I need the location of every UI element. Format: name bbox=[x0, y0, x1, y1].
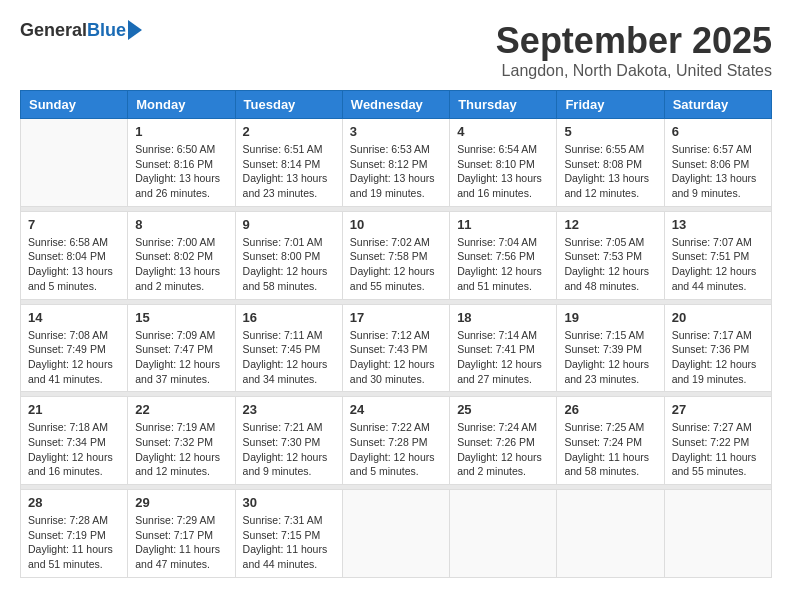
calendar-cell: 21Sunrise: 7:18 AM Sunset: 7:34 PM Dayli… bbox=[21, 397, 128, 485]
day-info: Sunrise: 7:29 AM Sunset: 7:17 PM Dayligh… bbox=[135, 513, 227, 572]
day-number: 8 bbox=[135, 217, 227, 232]
day-info: Sunrise: 7:27 AM Sunset: 7:22 PM Dayligh… bbox=[672, 420, 764, 479]
day-number: 11 bbox=[457, 217, 549, 232]
calendar-cell bbox=[664, 490, 771, 578]
calendar-cell: 8Sunrise: 7:00 AM Sunset: 8:02 PM Daylig… bbox=[128, 211, 235, 299]
calendar-week-row: 7Sunrise: 6:58 AM Sunset: 8:04 PM Daylig… bbox=[21, 211, 772, 299]
day-info: Sunrise: 7:12 AM Sunset: 7:43 PM Dayligh… bbox=[350, 328, 442, 387]
calendar-cell: 7Sunrise: 6:58 AM Sunset: 8:04 PM Daylig… bbox=[21, 211, 128, 299]
day-info: Sunrise: 6:55 AM Sunset: 8:08 PM Dayligh… bbox=[564, 142, 656, 201]
calendar-cell: 2Sunrise: 6:51 AM Sunset: 8:14 PM Daylig… bbox=[235, 119, 342, 207]
calendar-cell: 23Sunrise: 7:21 AM Sunset: 7:30 PM Dayli… bbox=[235, 397, 342, 485]
weekday-header-friday: Friday bbox=[557, 91, 664, 119]
day-number: 23 bbox=[243, 402, 335, 417]
day-number: 29 bbox=[135, 495, 227, 510]
day-number: 24 bbox=[350, 402, 442, 417]
day-number: 14 bbox=[28, 310, 120, 325]
calendar-cell: 19Sunrise: 7:15 AM Sunset: 7:39 PM Dayli… bbox=[557, 304, 664, 392]
calendar-cell: 10Sunrise: 7:02 AM Sunset: 7:58 PM Dayli… bbox=[342, 211, 449, 299]
calendar-cell: 29Sunrise: 7:29 AM Sunset: 7:17 PM Dayli… bbox=[128, 490, 235, 578]
weekday-header-tuesday: Tuesday bbox=[235, 91, 342, 119]
calendar-cell: 22Sunrise: 7:19 AM Sunset: 7:32 PM Dayli… bbox=[128, 397, 235, 485]
day-info: Sunrise: 7:09 AM Sunset: 7:47 PM Dayligh… bbox=[135, 328, 227, 387]
day-number: 3 bbox=[350, 124, 442, 139]
calendar-cell: 3Sunrise: 6:53 AM Sunset: 8:12 PM Daylig… bbox=[342, 119, 449, 207]
calendar-cell: 4Sunrise: 6:54 AM Sunset: 8:10 PM Daylig… bbox=[450, 119, 557, 207]
day-number: 19 bbox=[564, 310, 656, 325]
day-info: Sunrise: 7:00 AM Sunset: 8:02 PM Dayligh… bbox=[135, 235, 227, 294]
day-info: Sunrise: 7:17 AM Sunset: 7:36 PM Dayligh… bbox=[672, 328, 764, 387]
day-info: Sunrise: 7:07 AM Sunset: 7:51 PM Dayligh… bbox=[672, 235, 764, 294]
calendar-cell: 6Sunrise: 6:57 AM Sunset: 8:06 PM Daylig… bbox=[664, 119, 771, 207]
calendar-cell: 5Sunrise: 6:55 AM Sunset: 8:08 PM Daylig… bbox=[557, 119, 664, 207]
calendar-week-row: 14Sunrise: 7:08 AM Sunset: 7:49 PM Dayli… bbox=[21, 304, 772, 392]
day-info: Sunrise: 7:22 AM Sunset: 7:28 PM Dayligh… bbox=[350, 420, 442, 479]
weekday-header-sunday: Sunday bbox=[21, 91, 128, 119]
day-number: 7 bbox=[28, 217, 120, 232]
day-info: Sunrise: 6:51 AM Sunset: 8:14 PM Dayligh… bbox=[243, 142, 335, 201]
day-number: 28 bbox=[28, 495, 120, 510]
day-info: Sunrise: 7:19 AM Sunset: 7:32 PM Dayligh… bbox=[135, 420, 227, 479]
day-info: Sunrise: 7:24 AM Sunset: 7:26 PM Dayligh… bbox=[457, 420, 549, 479]
calendar-cell bbox=[21, 119, 128, 207]
day-info: Sunrise: 7:02 AM Sunset: 7:58 PM Dayligh… bbox=[350, 235, 442, 294]
calendar-cell: 15Sunrise: 7:09 AM Sunset: 7:47 PM Dayli… bbox=[128, 304, 235, 392]
day-number: 22 bbox=[135, 402, 227, 417]
logo-general-text: General bbox=[20, 20, 87, 41]
header: General Blue September 2025 Langdon, Nor… bbox=[20, 20, 772, 80]
day-number: 20 bbox=[672, 310, 764, 325]
calendar-cell: 14Sunrise: 7:08 AM Sunset: 7:49 PM Dayli… bbox=[21, 304, 128, 392]
calendar-cell: 16Sunrise: 7:11 AM Sunset: 7:45 PM Dayli… bbox=[235, 304, 342, 392]
calendar-cell: 13Sunrise: 7:07 AM Sunset: 7:51 PM Dayli… bbox=[664, 211, 771, 299]
calendar-cell: 9Sunrise: 7:01 AM Sunset: 8:00 PM Daylig… bbox=[235, 211, 342, 299]
calendar-cell: 11Sunrise: 7:04 AM Sunset: 7:56 PM Dayli… bbox=[450, 211, 557, 299]
day-number: 15 bbox=[135, 310, 227, 325]
day-number: 17 bbox=[350, 310, 442, 325]
calendar-cell: 30Sunrise: 7:31 AM Sunset: 7:15 PM Dayli… bbox=[235, 490, 342, 578]
day-number: 30 bbox=[243, 495, 335, 510]
calendar-cell: 26Sunrise: 7:25 AM Sunset: 7:24 PM Dayli… bbox=[557, 397, 664, 485]
weekday-header-wednesday: Wednesday bbox=[342, 91, 449, 119]
day-number: 21 bbox=[28, 402, 120, 417]
calendar-cell: 1Sunrise: 6:50 AM Sunset: 8:16 PM Daylig… bbox=[128, 119, 235, 207]
day-info: Sunrise: 7:08 AM Sunset: 7:49 PM Dayligh… bbox=[28, 328, 120, 387]
day-info: Sunrise: 7:15 AM Sunset: 7:39 PM Dayligh… bbox=[564, 328, 656, 387]
day-info: Sunrise: 6:58 AM Sunset: 8:04 PM Dayligh… bbox=[28, 235, 120, 294]
day-info: Sunrise: 7:21 AM Sunset: 7:30 PM Dayligh… bbox=[243, 420, 335, 479]
day-number: 1 bbox=[135, 124, 227, 139]
day-number: 4 bbox=[457, 124, 549, 139]
location-title: Langdon, North Dakota, United States bbox=[496, 62, 772, 80]
day-info: Sunrise: 7:31 AM Sunset: 7:15 PM Dayligh… bbox=[243, 513, 335, 572]
logo-arrow-icon bbox=[128, 20, 142, 40]
day-info: Sunrise: 7:05 AM Sunset: 7:53 PM Dayligh… bbox=[564, 235, 656, 294]
calendar-cell: 20Sunrise: 7:17 AM Sunset: 7:36 PM Dayli… bbox=[664, 304, 771, 392]
day-number: 13 bbox=[672, 217, 764, 232]
calendar-week-row: 21Sunrise: 7:18 AM Sunset: 7:34 PM Dayli… bbox=[21, 397, 772, 485]
day-info: Sunrise: 6:57 AM Sunset: 8:06 PM Dayligh… bbox=[672, 142, 764, 201]
weekday-header-saturday: Saturday bbox=[664, 91, 771, 119]
calendar-cell: 24Sunrise: 7:22 AM Sunset: 7:28 PM Dayli… bbox=[342, 397, 449, 485]
day-info: Sunrise: 7:14 AM Sunset: 7:41 PM Dayligh… bbox=[457, 328, 549, 387]
day-number: 18 bbox=[457, 310, 549, 325]
day-number: 12 bbox=[564, 217, 656, 232]
day-info: Sunrise: 6:53 AM Sunset: 8:12 PM Dayligh… bbox=[350, 142, 442, 201]
day-info: Sunrise: 7:04 AM Sunset: 7:56 PM Dayligh… bbox=[457, 235, 549, 294]
logo: General Blue bbox=[20, 20, 142, 41]
day-number: 26 bbox=[564, 402, 656, 417]
logo-blue-text: Blue bbox=[87, 20, 126, 41]
weekday-header-row: SundayMondayTuesdayWednesdayThursdayFrid… bbox=[21, 91, 772, 119]
day-info: Sunrise: 7:28 AM Sunset: 7:19 PM Dayligh… bbox=[28, 513, 120, 572]
weekday-header-thursday: Thursday bbox=[450, 91, 557, 119]
day-number: 25 bbox=[457, 402, 549, 417]
calendar-cell: 12Sunrise: 7:05 AM Sunset: 7:53 PM Dayli… bbox=[557, 211, 664, 299]
day-number: 9 bbox=[243, 217, 335, 232]
calendar-cell: 18Sunrise: 7:14 AM Sunset: 7:41 PM Dayli… bbox=[450, 304, 557, 392]
calendar-week-row: 1Sunrise: 6:50 AM Sunset: 8:16 PM Daylig… bbox=[21, 119, 772, 207]
day-info: Sunrise: 7:11 AM Sunset: 7:45 PM Dayligh… bbox=[243, 328, 335, 387]
day-number: 10 bbox=[350, 217, 442, 232]
calendar-week-row: 28Sunrise: 7:28 AM Sunset: 7:19 PM Dayli… bbox=[21, 490, 772, 578]
day-number: 16 bbox=[243, 310, 335, 325]
day-number: 6 bbox=[672, 124, 764, 139]
calendar-cell: 25Sunrise: 7:24 AM Sunset: 7:26 PM Dayli… bbox=[450, 397, 557, 485]
weekday-header-monday: Monday bbox=[128, 91, 235, 119]
